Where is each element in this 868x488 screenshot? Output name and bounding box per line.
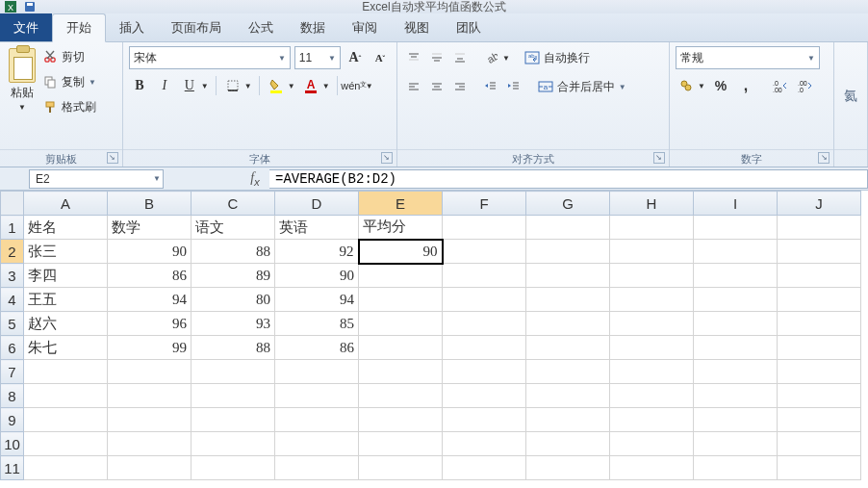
bold-button[interactable]: B	[129, 75, 150, 96]
col-I[interactable]: I	[694, 192, 778, 216]
decrease-indent-button[interactable]	[480, 76, 501, 97]
align-center-button[interactable]	[426, 76, 447, 97]
cell-I8[interactable]	[694, 384, 778, 408]
cell-F10[interactable]	[443, 432, 526, 456]
phonetic-button[interactable]: wén文	[344, 75, 365, 96]
cell-F2[interactable]	[443, 240, 526, 264]
align-left-button[interactable]	[403, 76, 424, 97]
cell-D1[interactable]: 英语	[275, 216, 359, 240]
cell-I11[interactable]	[694, 456, 778, 480]
underline-button[interactable]: U	[179, 75, 200, 96]
cell-C5[interactable]: 93	[191, 312, 275, 336]
border-button[interactable]	[222, 75, 243, 96]
cell-J6[interactable]	[778, 336, 861, 360]
cell-D10[interactable]	[275, 432, 359, 456]
col-H[interactable]: H	[610, 192, 694, 216]
row-2[interactable]: 2	[1, 240, 24, 264]
font-size-combo[interactable]: 11▼	[294, 46, 341, 69]
cell-G4[interactable]	[526, 288, 610, 312]
align-top-button[interactable]	[403, 47, 424, 68]
cell-H9[interactable]	[610, 408, 694, 432]
cell-F7[interactable]	[443, 360, 526, 384]
dialog-launcher-icon[interactable]: ↘	[381, 152, 393, 164]
cell-B6[interactable]: 99	[108, 336, 191, 360]
cell-D5[interactable]: 85	[275, 312, 359, 336]
cell-B3[interactable]: 86	[108, 264, 191, 288]
formula-input[interactable]	[269, 169, 868, 189]
cell-C4[interactable]: 80	[191, 288, 275, 312]
cell-G3[interactable]	[526, 264, 610, 288]
cell-F1[interactable]	[443, 216, 526, 240]
dialog-launcher-icon[interactable]: ↘	[653, 152, 665, 164]
cell-F5[interactable]	[443, 312, 526, 336]
cell-G2[interactable]	[526, 240, 610, 264]
chevron-down-icon[interactable]: ▼	[287, 75, 296, 96]
tab-6[interactable]: 视图	[391, 13, 443, 41]
save-icon[interactable]	[21, 0, 38, 13]
cell-J11[interactable]	[778, 456, 861, 480]
dialog-launcher-icon[interactable]: ↘	[107, 152, 118, 164]
cell-H2[interactable]	[610, 240, 694, 264]
cell-A4[interactable]: 王五	[24, 288, 108, 312]
cell-J8[interactable]	[778, 384, 861, 408]
select-all[interactable]	[1, 192, 24, 216]
cell-E6[interactable]	[359, 336, 443, 360]
increase-decimal-button[interactable]: .0.00	[770, 75, 791, 96]
cell-H7[interactable]	[610, 360, 694, 384]
cell-H1[interactable]	[610, 216, 694, 240]
cell-A3[interactable]: 李四	[24, 264, 108, 288]
tab-5[interactable]: 审阅	[339, 13, 391, 41]
cell-G5[interactable]	[526, 312, 610, 336]
dialog-launcher-icon[interactable]: ↘	[818, 152, 830, 164]
cell-C9[interactable]	[191, 408, 275, 432]
tab-4[interactable]: 数据	[287, 13, 339, 41]
cell-E2[interactable]: 90	[359, 240, 443, 264]
col-D[interactable]: D	[275, 192, 359, 216]
col-G[interactable]: G	[526, 192, 610, 216]
chevron-down-icon[interactable]: ▼	[365, 75, 374, 96]
cell-D11[interactable]	[275, 456, 359, 480]
row-9[interactable]: 9	[1, 408, 24, 432]
worksheet[interactable]: ABCDEFGHIJ1姓名数学语文英语平均分2张三908892903李四8689…	[0, 191, 868, 480]
cell-A1[interactable]: 姓名	[24, 216, 108, 240]
cell-I3[interactable]	[694, 264, 778, 288]
number-format-combo[interactable]: 常规▼	[676, 46, 820, 69]
cell-D8[interactable]	[275, 384, 359, 408]
increase-font-button[interactable]: Aˆ	[345, 47, 366, 68]
cell-A5[interactable]: 赵六	[24, 312, 108, 336]
cell-C8[interactable]	[191, 384, 275, 408]
row-5[interactable]: 5	[1, 312, 24, 336]
increase-indent-button[interactable]	[503, 76, 524, 97]
cell-E5[interactable]	[359, 312, 443, 336]
cell-A8[interactable]	[24, 384, 108, 408]
cell-E4[interactable]	[359, 288, 443, 312]
cell-B5[interactable]: 96	[108, 312, 191, 336]
cell-G8[interactable]	[526, 384, 610, 408]
tab-1[interactable]: 插入	[106, 13, 158, 41]
row-10[interactable]: 10	[1, 432, 24, 456]
cell-J9[interactable]	[778, 408, 861, 432]
cell-H5[interactable]	[610, 312, 694, 336]
cell-B1[interactable]: 数学	[108, 216, 191, 240]
chevron-down-icon[interactable]: ▼	[200, 75, 210, 96]
comma-style-button[interactable]: ,	[735, 75, 756, 96]
cell-I6[interactable]	[694, 336, 778, 360]
cell-G9[interactable]	[526, 408, 610, 432]
align-bottom-button[interactable]	[449, 47, 471, 68]
row-11[interactable]: 11	[1, 456, 24, 480]
cell-C11[interactable]	[191, 456, 275, 480]
font-color-button[interactable]: A	[300, 75, 321, 96]
row-6[interactable]: 6	[1, 336, 24, 360]
cell-F6[interactable]	[443, 336, 526, 360]
cell-C2[interactable]: 88	[191, 240, 275, 264]
cell-I7[interactable]	[694, 360, 778, 384]
cell-D9[interactable]	[275, 408, 359, 432]
chevron-down-icon[interactable]: ▼	[243, 75, 253, 96]
cell-J2[interactable]	[778, 240, 861, 264]
row-4[interactable]: 4	[1, 288, 24, 312]
cell-A11[interactable]	[24, 456, 108, 480]
cell-J5[interactable]	[778, 312, 861, 336]
cell-E10[interactable]	[359, 432, 443, 456]
cell-H4[interactable]	[610, 288, 694, 312]
cell-H10[interactable]	[610, 432, 694, 456]
